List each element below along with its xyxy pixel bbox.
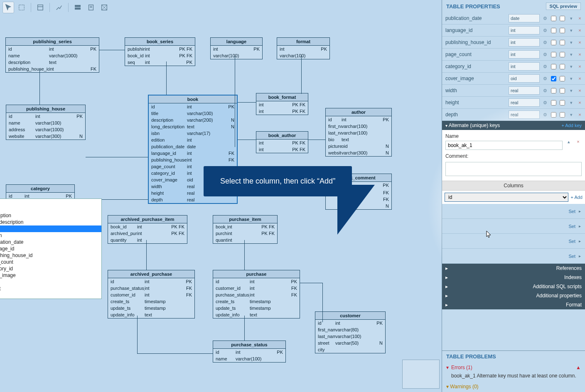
section-references[interactable]: ▸ References bbox=[442, 264, 585, 273]
entity-column[interactable]: first_namevarchar(100) bbox=[326, 123, 391, 130]
prop-type-input[interactable] bbox=[509, 110, 540, 119]
entity-column[interactable]: idintPK bbox=[326, 116, 391, 123]
prop-pk-checkbox[interactable] bbox=[559, 87, 566, 94]
set-link[interactable]: Set bbox=[568, 224, 575, 229]
ak-comment-input[interactable] bbox=[445, 162, 582, 176]
entity-column[interactable]: update_tstimestamp bbox=[213, 305, 300, 311]
gear-icon[interactable]: ⚙ bbox=[541, 27, 548, 34]
column-dropdown[interactable]: idtitledescriptionlong_descriptionisbned… bbox=[0, 198, 102, 299]
entity-column[interactable]: pictureoidN bbox=[326, 143, 391, 149]
prop-nn-checkbox[interactable] bbox=[550, 15, 557, 22]
prop-type-input[interactable] bbox=[509, 38, 540, 47]
set-link[interactable]: Set bbox=[568, 254, 575, 259]
prop-type-input[interactable] bbox=[509, 74, 540, 83]
ak-collapse-icon[interactable]: ▴ bbox=[565, 138, 572, 145]
entity-column[interactable]: purchase_idintPK FK bbox=[213, 230, 277, 237]
gear-icon[interactable]: ⚙ bbox=[541, 15, 548, 22]
entity-column[interactable]: seqintPK bbox=[125, 59, 195, 66]
dropdown-option[interactable]: isbn bbox=[0, 225, 101, 232]
dropdown-option[interactable]: category_id bbox=[0, 265, 101, 272]
minimap[interactable] bbox=[402, 360, 440, 389]
entity-column[interactable]: addressvarchar(1000) bbox=[6, 126, 85, 133]
prop-nn-checkbox[interactable] bbox=[550, 63, 557, 70]
prop-nn-checkbox[interactable] bbox=[550, 87, 557, 94]
gear-icon[interactable]: ⚙ bbox=[541, 87, 548, 94]
entity-column[interactable]: descriptionvarchar(200)N bbox=[149, 117, 237, 123]
entity-column[interactable]: descriptiontext bbox=[6, 59, 99, 66]
entity-column[interactable]: titlevarchar(100) bbox=[149, 110, 237, 117]
tool-relation[interactable] bbox=[53, 2, 65, 13]
entity-column[interactable]: book_idintPK FK bbox=[125, 52, 195, 59]
entity-book_format[interactable]: book_formatbook_idintPK FKformat_idintPK… bbox=[256, 93, 308, 115]
entity-archived_purchase_item[interactable]: archived_purchase_itembook_idintPK FKarc… bbox=[108, 215, 187, 244]
entity-column[interactable]: depthreal bbox=[149, 196, 237, 203]
dropdown-option[interactable]: language_id bbox=[0, 245, 101, 252]
gear-icon[interactable]: ⚙ bbox=[541, 75, 548, 82]
section-indexes[interactable]: ▸ Indexes bbox=[442, 273, 585, 282]
entity-column[interactable]: biotext bbox=[326, 136, 391, 143]
entity-purchase[interactable]: purchaseidintPKcustomer_idintFKpurchase_… bbox=[213, 270, 300, 318]
prop-pk-checkbox[interactable] bbox=[559, 39, 566, 46]
tool-note[interactable] bbox=[85, 2, 97, 13]
gear-icon[interactable]: ⚙ bbox=[541, 39, 548, 46]
entity-column[interactable]: idintPK bbox=[211, 46, 262, 52]
prop-pk-checkbox[interactable] bbox=[559, 63, 566, 70]
dropdown-option[interactable]: cover_image bbox=[0, 272, 101, 279]
gear-icon[interactable]: ⚙ bbox=[541, 51, 548, 58]
entity-book_series[interactable]: book_seriespublishing_series_idintPK FKb… bbox=[125, 37, 195, 66]
entity-column[interactable]: language_idintFK bbox=[149, 150, 237, 157]
entity-column[interactable]: book_idintPK FK bbox=[256, 140, 308, 146]
prop-nn-checkbox[interactable] bbox=[550, 51, 557, 58]
prop-move-icon[interactable]: ▾ bbox=[568, 27, 575, 34]
chevron-icon[interactable]: ▸ bbox=[579, 224, 581, 228]
entity-purchase_status[interactable]: purchase_statusidintPKnamevarchar(100) bbox=[213, 341, 286, 363]
entity-column[interactable]: author_idintPK FK bbox=[256, 146, 308, 153]
add-key-link[interactable]: + Add key bbox=[561, 123, 582, 128]
entity-column[interactable]: publishing_house_idintFK bbox=[149, 157, 237, 163]
entity-column[interactable]: last_namevarchar(100) bbox=[326, 130, 391, 136]
prop-move-icon[interactable]: ▾ bbox=[568, 87, 575, 94]
prop-nn-checkbox[interactable] bbox=[550, 27, 557, 34]
alternate-keys-header[interactable]: ▾ Alternate (unique) keys + Add key bbox=[442, 121, 585, 130]
prop-delete-icon[interactable]: × bbox=[576, 111, 583, 118]
prop-move-icon[interactable]: ▾ bbox=[568, 63, 575, 70]
entity-column[interactable]: idintPK bbox=[213, 278, 300, 285]
prop-move-icon[interactable]: ▾ bbox=[568, 51, 575, 58]
ak-column-select[interactable]: id bbox=[445, 193, 568, 202]
prop-type-input[interactable] bbox=[509, 62, 540, 71]
entity-column[interactable]: namvarchar(100) bbox=[211, 52, 262, 59]
entity-column[interactable]: idintPK bbox=[149, 103, 237, 110]
entity-column[interactable]: create_tstimestamp bbox=[213, 298, 300, 305]
entity-column[interactable]: city bbox=[315, 346, 385, 353]
entity-column[interactable]: archived_purchase_idintPK FK bbox=[108, 230, 187, 237]
entity-column[interactable]: idintPK bbox=[6, 113, 85, 120]
set-link[interactable]: Set bbox=[568, 239, 575, 244]
prop-pk-checkbox[interactable] bbox=[559, 111, 566, 118]
prop-type-input[interactable] bbox=[509, 86, 540, 95]
entity-column[interactable]: publishing_house_idintFK bbox=[6, 66, 99, 72]
entity-language[interactable]: languageidintPKnamvarchar(100) bbox=[210, 37, 263, 59]
prop-nn-checkbox[interactable] bbox=[550, 39, 557, 46]
entity-column[interactable]: book_idintPK FK bbox=[213, 223, 277, 230]
entity-column[interactable]: isbnvarchar(17) bbox=[149, 130, 237, 137]
dropdown-option[interactable]: width bbox=[0, 279, 101, 285]
entity-column[interactable]: idintPK bbox=[213, 349, 285, 355]
prop-move-icon[interactable]: ▾ bbox=[568, 39, 575, 46]
prop-pk-checkbox[interactable] bbox=[559, 51, 566, 58]
tool-view[interactable] bbox=[72, 2, 84, 13]
prop-pk-checkbox[interactable] bbox=[559, 27, 566, 34]
prop-delete-icon[interactable]: × bbox=[576, 87, 583, 94]
entity-column[interactable]: namevarchar(100) bbox=[6, 120, 85, 126]
entity-column[interactable]: customer_idintFK bbox=[213, 285, 300, 292]
tool-table[interactable] bbox=[34, 2, 46, 13]
chevron-icon[interactable]: ▸ bbox=[579, 239, 581, 243]
entity-column[interactable]: first_namevarchar(80) bbox=[315, 326, 385, 333]
entity-column[interactable]: namevarchar(1000) bbox=[6, 52, 99, 59]
entity-column[interactable]: idintPK bbox=[6, 46, 99, 52]
chevron-icon[interactable]: ▸ bbox=[579, 254, 581, 258]
prop-move-icon[interactable]: ▾ bbox=[568, 15, 575, 22]
prop-delete-icon[interactable]: × bbox=[576, 63, 583, 70]
entity-column[interactable]: streetvarchar(50)N bbox=[315, 340, 385, 346]
entity-format[interactable]: formatidintPKnamevarchar(100) bbox=[277, 37, 330, 59]
prop-type-input[interactable] bbox=[509, 14, 540, 22]
